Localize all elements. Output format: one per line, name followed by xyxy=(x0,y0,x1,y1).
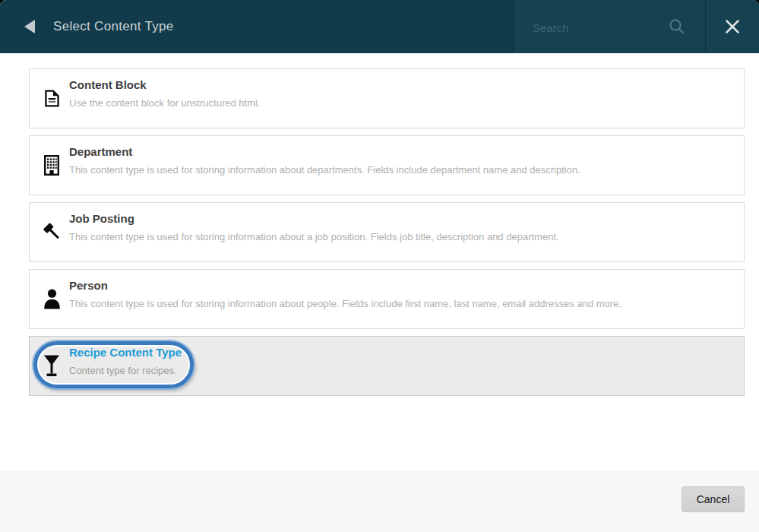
content-type-text: Recipe Content Type Content type for rec… xyxy=(69,346,735,376)
content-type-title: Content Block xyxy=(69,78,735,91)
search-input[interactable] xyxy=(531,0,663,55)
content-type-row-person[interactable]: Person This content type is used for sto… xyxy=(29,269,745,329)
content-type-row-department[interactable]: Department This content type is used for… xyxy=(29,135,745,195)
content-type-row-content-block[interactable]: Content Block Use the content block for … xyxy=(29,68,745,128)
select-content-type-dialog: Select Content Type xyxy=(0,0,759,532)
content-type-text: Person This content type is used for sto… xyxy=(69,279,735,309)
content-type-list: Content Block Use the content block for … xyxy=(0,53,759,396)
back-arrow-icon xyxy=(24,20,35,33)
content-type-text: Job Posting This content type is used fo… xyxy=(69,212,735,242)
search-icon[interactable] xyxy=(669,18,685,35)
content-type-title: Job Posting xyxy=(69,212,735,225)
content-type-description: This content type is used for storing in… xyxy=(69,164,735,176)
close-icon xyxy=(725,19,740,34)
back-button[interactable] xyxy=(15,0,44,53)
content-type-description: This content type is used for storing in… xyxy=(69,298,735,309)
content-type-description: Content type for recipes. xyxy=(69,365,735,376)
content-type-text: Content Block Use the content block for … xyxy=(69,78,735,109)
content-type-title: Recipe Content Type xyxy=(69,346,735,359)
cancel-button[interactable]: Cancel xyxy=(682,486,745,512)
content-type-row-job-posting[interactable]: Job Posting This content type is used fo… xyxy=(29,202,745,262)
gavel-icon xyxy=(42,203,62,261)
document-icon xyxy=(42,69,62,128)
dialog-header: Select Content Type xyxy=(0,0,759,53)
martini-glass-icon xyxy=(42,337,62,395)
building-icon xyxy=(42,136,62,195)
search-box xyxy=(514,0,705,53)
page-title: Select Content Type xyxy=(53,0,173,53)
person-icon xyxy=(42,270,62,328)
close-button[interactable] xyxy=(705,0,759,53)
content-type-title: Department xyxy=(69,145,735,158)
content-type-description: Use the content block for unstructured h… xyxy=(69,97,735,109)
content-type-row-recipe[interactable]: Recipe Content Type Content type for rec… xyxy=(29,336,745,396)
dialog-footer: Cancel xyxy=(0,471,759,532)
content-type-title: Person xyxy=(69,279,735,292)
content-type-text: Department This content type is used for… xyxy=(69,145,735,176)
content-type-description: This content type is used for storing in… xyxy=(69,231,735,242)
